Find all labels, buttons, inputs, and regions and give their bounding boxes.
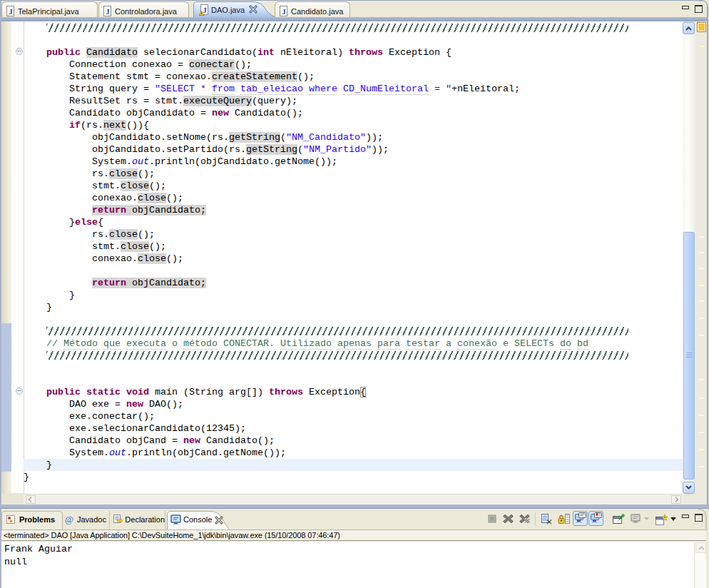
svg-text:J: J — [282, 7, 286, 16]
svg-text:J: J — [203, 6, 207, 14]
svg-text:J: J — [106, 7, 110, 16]
svg-text:J: J — [9, 7, 13, 16]
